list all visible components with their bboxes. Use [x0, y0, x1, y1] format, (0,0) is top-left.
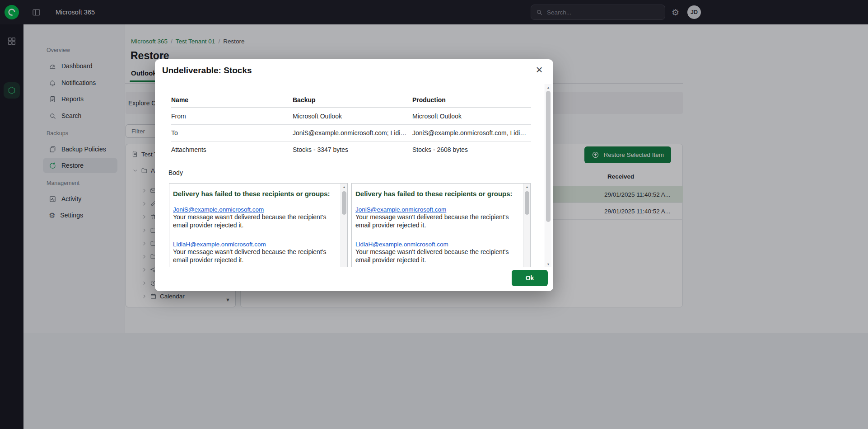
cell: Microsoft Outlook [412, 113, 531, 120]
cell: Microsoft Outlook [293, 113, 412, 120]
scrollbar-thumb[interactable] [546, 91, 551, 222]
failure-message: Your message wasn't delivered because th… [173, 213, 334, 229]
body-label: Body [168, 169, 183, 176]
scroll-up-icon[interactable]: ▲ [524, 184, 530, 190]
panel-scrollbar[interactable]: ▲ ▼ [523, 184, 530, 267]
delivery-failed-heading: Delivery has failed to these recipients … [355, 189, 519, 198]
dialog-title: Undeliverable: Stocks [162, 66, 252, 75]
scrollbar-thumb[interactable] [342, 191, 346, 215]
scroll-up-icon[interactable]: ▲ [545, 84, 551, 90]
scroll-down-icon[interactable]: ▼ [545, 261, 551, 267]
col-header-name: Name [171, 96, 293, 104]
dialog-scrollbar[interactable]: ▲ ▼ [545, 84, 551, 267]
compare-table: Name Backup Production From Microsoft Ou… [171, 92, 531, 158]
recipient-link[interactable]: LidiaH@example.onmicrosoft.com [355, 241, 448, 248]
undeliverable-dialog: Undeliverable: Stocks × Name Backup Prod… [155, 59, 553, 291]
panel-scrollbar[interactable]: ▲ ▼ [341, 184, 347, 267]
application-window: Microsoft 365 ⚙ JD Overview Dashboard No… [0, 0, 868, 429]
recipient-link[interactable]: JoniS@example.onmicrosoft.com [355, 206, 446, 213]
dialog-body: Name Backup Production From Microsoft Ou… [155, 84, 545, 267]
recipient-link[interactable]: LidiaH@example.onmicrosoft.com [173, 241, 266, 248]
table-row-from: From Microsoft Outlook Microsoft Outlook [171, 108, 531, 125]
dialog-footer: Ok [155, 267, 553, 291]
scroll-up-icon[interactable]: ▲ [341, 184, 347, 190]
ok-button[interactable]: Ok [512, 270, 548, 286]
failure-message: Your message wasn't delivered because th… [173, 248, 334, 264]
delivery-failed-heading: Delivery has failed to these recipients … [173, 189, 336, 198]
body-panel-production: Delivery has failed to these recipients … [351, 183, 531, 267]
compare-table-header: Name Backup Production [171, 92, 531, 108]
table-row-to: To JoniS@example.onmicrosoft.com; LidiaH… [171, 125, 531, 141]
cell: Stocks - 3347 bytes [293, 146, 412, 153]
cell: To [171, 129, 293, 137]
close-icon[interactable]: × [532, 63, 546, 76]
cell: Attachments [171, 146, 293, 153]
cell: Stocks - 2608 bytes [412, 146, 531, 153]
scrollbar-thumb[interactable] [525, 191, 529, 215]
body-panel-backup: Delivery has failed to these recipients … [169, 183, 348, 267]
col-header-backup: Backup [293, 96, 412, 104]
recipient-link[interactable]: JoniS@example.onmicrosoft.com [173, 206, 264, 213]
cell: JoniS@example.onmicrosoft.com; LidiaH@..… [293, 129, 412, 137]
failure-message: Your message wasn't delivered because th… [355, 213, 516, 229]
table-row-attachments: Attachments Stocks - 3347 bytes Stocks -… [171, 141, 531, 158]
cell: From [171, 113, 293, 120]
failure-message: Your message wasn't delivered because th… [355, 248, 516, 264]
cell: JoniS@example.onmicrosoft.com, LidiaH@..… [412, 129, 531, 137]
col-header-production: Production [412, 96, 531, 104]
